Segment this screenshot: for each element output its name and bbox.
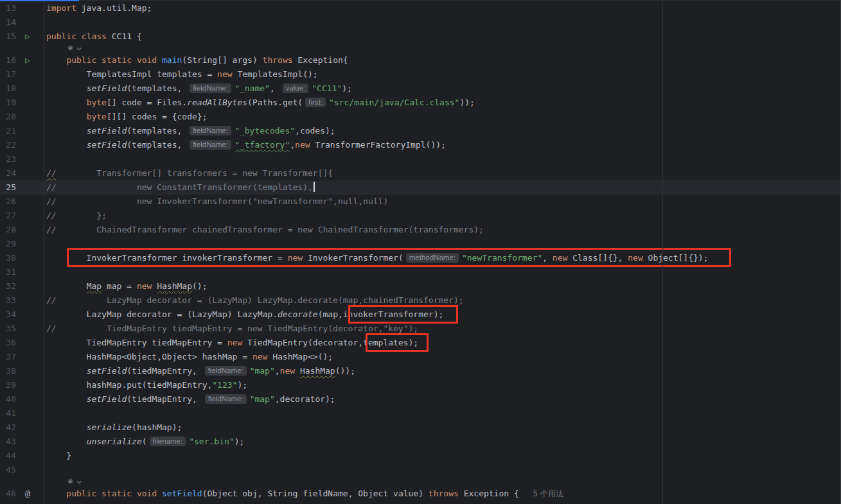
- code-token: [46, 394, 87, 404]
- code-token: new: [295, 140, 310, 150]
- run-icon[interactable]: ▷: [25, 31, 30, 41]
- gutter-spacer: [22, 392, 44, 406]
- line-number[interactable]: 19: [0, 96, 22, 110]
- line-number[interactable]: 43: [0, 435, 22, 449]
- line-number[interactable]: 32: [0, 279, 22, 293]
- code-line[interactable]: byte[] code = Files.readAllBytes(Paths.g…: [44, 96, 475, 110]
- code-line[interactable]: serialize(hashMap);: [44, 421, 182, 435]
- code-line[interactable]: public static void main(String[] args) t…: [44, 53, 348, 67]
- code-line-row: 22 setField(templates, fieldName:"_tfact…: [0, 138, 840, 152]
- line-number[interactable]: 26: [0, 195, 22, 209]
- code-token: [46, 366, 87, 376]
- code-line[interactable]: setField(templates, fieldName:"_tfactory…: [44, 138, 446, 152]
- code-line-row: 46@ public static void setField(Object o…: [0, 487, 840, 501]
- line-number[interactable]: 25: [0, 180, 22, 195]
- code-line[interactable]: import java.util.Map;: [44, 1, 152, 15]
- code-line[interactable]: LazyMap decorator = (LazyMap) LazyMap.de…: [44, 308, 443, 322]
- code-line[interactable]: // new ConstantTransformer(templates),: [44, 180, 315, 195]
- code-line[interactable]: public class CC11 {: [44, 30, 142, 44]
- code-line[interactable]: // TiedMapEntry tiedMapEntry = new TiedM…: [44, 322, 418, 336]
- line-number[interactable]: 13: [0, 1, 22, 15]
- line-number[interactable]: 33: [0, 293, 22, 308]
- line-number[interactable]: 46: [0, 487, 22, 501]
- code-token: ());: [335, 366, 355, 376]
- chevron-down-icon[interactable]: [76, 47, 82, 51]
- gutter-spacer: [22, 96, 44, 110]
- code-line-row: 31: [0, 265, 840, 279]
- line-number[interactable]: 20: [0, 110, 22, 124]
- code-line[interactable]: // new InvokerTransformer("newTransforme…: [44, 195, 388, 209]
- code-line[interactable]: setField(tiedMapEntry, fieldName:"map",n…: [44, 364, 355, 378]
- code-token: (tiedMapEntry,: [127, 394, 202, 404]
- annotation-inlay-icon[interactable]: [66, 44, 75, 53]
- line-number[interactable]: 15: [0, 30, 22, 44]
- line-number[interactable]: 40: [0, 392, 22, 406]
- line-number[interactable]: 36: [0, 336, 22, 350]
- code-line[interactable]: Map map = new HashMap();: [44, 279, 208, 293]
- code-line[interactable]: TiedMapEntry tiedMapEntry = new TiedMapE…: [44, 336, 418, 350]
- line-number[interactable]: 29: [0, 237, 22, 251]
- line-number[interactable]: 37: [0, 350, 22, 364]
- code-line[interactable]: setField(templates, fieldName:"_name", v…: [44, 82, 352, 96]
- gutter-spacer: [22, 82, 44, 96]
- code-token: "123": [212, 380, 237, 390]
- code-line[interactable]: TemplatesImpl templates = new TemplatesI…: [44, 67, 318, 82]
- code-token: }: [46, 451, 71, 460]
- line-number[interactable]: 34: [0, 308, 22, 322]
- line-number[interactable]: 28: [0, 223, 22, 237]
- parameter-hint-chip: first:: [305, 98, 326, 107]
- line-number[interactable]: 18: [0, 82, 22, 96]
- gutter-spacer: [22, 463, 44, 477]
- code-line-row: 43 unserialize(filename:"ser.bin");: [0, 435, 840, 449]
- code-token: decorate: [278, 309, 318, 319]
- parameter-hint-chip: fieldName:: [190, 83, 231, 93]
- gutter-spacer: [22, 265, 44, 279]
- code-token: [46, 140, 87, 150]
- code-line-row: 37 HashMap<Object,Object> hashMap = new …: [0, 350, 840, 364]
- code-line[interactable]: setField(tiedMapEntry, fieldName:"map",d…: [44, 392, 335, 406]
- code-line[interactable]: // };: [44, 209, 107, 223]
- code-line[interactable]: public static void setField(Object obj, …: [44, 487, 563, 501]
- code-line[interactable]: byte[][] codes = {code};: [44, 110, 207, 124]
- line-number[interactable]: 39: [0, 378, 22, 392]
- line-number[interactable]: 42: [0, 421, 22, 435]
- line-number[interactable]: 21: [0, 124, 22, 138]
- line-number[interactable]: 38: [0, 364, 22, 378]
- code-line[interactable]: }: [44, 449, 71, 463]
- gutter-spacer: [22, 124, 44, 138]
- code-line[interactable]: HashMap<Object,Object> hashMap = new Has…: [44, 350, 333, 364]
- line-number[interactable]: 45: [0, 463, 22, 477]
- code-editor[interactable]: 13import java.util.Map;1415▷public class…: [0, 0, 841, 504]
- code-token: "newTransformer": [462, 253, 542, 263]
- code-line[interactable]: // Transformer[] transformers = new Tran…: [44, 166, 333, 180]
- annotation-inlay-icon[interactable]: [66, 478, 75, 486]
- code-token: TiedMapEntry tiedMapEntry =: [46, 338, 227, 347]
- code-line[interactable]: InvokerTransformer invokerTransformer = …: [44, 251, 708, 265]
- line-number[interactable]: 14: [0, 15, 22, 30]
- code-token: [46, 112, 87, 121]
- line-number[interactable]: 23: [0, 152, 22, 166]
- chevron-down-icon[interactable]: [76, 480, 82, 484]
- line-number[interactable]: 35: [0, 322, 22, 336]
- line-number[interactable]: 17: [0, 67, 22, 82]
- code-line[interactable]: unserialize(filename:"ser.bin");: [44, 435, 244, 449]
- code-line[interactable]: setField(templates, fieldName:"_bytecode…: [44, 124, 335, 138]
- code-line-row: 41: [0, 406, 840, 421]
- code-line-row: 40 setField(tiedMapEntry, fieldName:"map…: [0, 392, 840, 406]
- line-number[interactable]: 16: [0, 53, 22, 67]
- code-line-row: 44 }: [0, 449, 840, 463]
- line-number[interactable]: 24: [0, 166, 22, 180]
- line-number[interactable]: 22: [0, 138, 22, 152]
- code-line[interactable]: // ChainedTransformer chainedTransformer…: [44, 223, 484, 237]
- annotated-method-icon[interactable]: @: [25, 489, 30, 499]
- line-number[interactable]: 44: [0, 449, 22, 463]
- code-line[interactable]: // LazyMap decorator = (LazyMap) LazyMap…: [44, 293, 464, 308]
- line-number[interactable]: 27: [0, 209, 22, 223]
- line-number[interactable]: 41: [0, 406, 22, 421]
- code-token: HashMap: [300, 366, 335, 376]
- line-number[interactable]: 31: [0, 265, 22, 279]
- code-token: (: [142, 437, 147, 446]
- run-icon[interactable]: ▷: [25, 55, 30, 65]
- code-line[interactable]: hashMap.put(tiedMapEntry,"123");: [44, 378, 247, 392]
- line-number[interactable]: 30: [0, 251, 22, 265]
